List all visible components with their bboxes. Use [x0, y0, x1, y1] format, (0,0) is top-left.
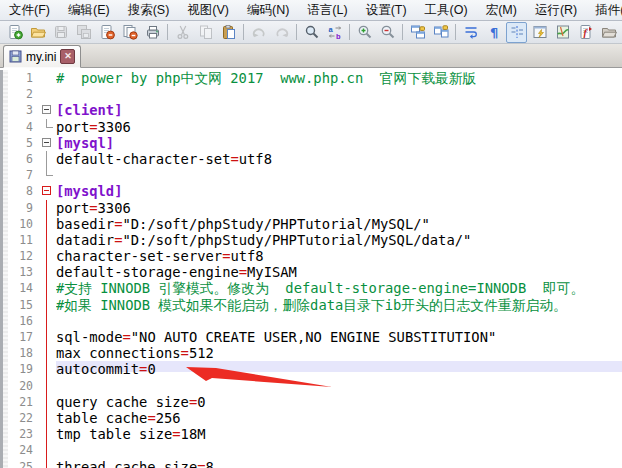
bookmark-margin[interactable]	[0, 264, 8, 280]
line-number[interactable]: 21	[8, 394, 38, 410]
code-line[interactable]: 3[client]	[0, 102, 622, 118]
fold-margin[interactable]	[38, 345, 56, 361]
code-text[interactable]: port=3306	[56, 200, 622, 216]
code-line[interactable]: 22table_cache=256	[0, 410, 622, 426]
fold-margin[interactable]	[38, 459, 56, 468]
code-text[interactable]	[56, 86, 622, 102]
code-text[interactable]: # power by php中文网 2017 www.php.cn 官网下载最新…	[56, 70, 622, 86]
code-area[interactable]: 1# power by php中文网 2017 www.php.cn 官网下载最…	[0, 68, 622, 468]
code-text[interactable]: max_connections=512	[56, 345, 622, 361]
bookmark-margin[interactable]	[0, 459, 8, 468]
code-text[interactable]	[56, 378, 622, 394]
menu-file[interactable]: 文件(F)	[0, 0, 59, 21]
code-line[interactable]: 19autocommit=0	[0, 361, 622, 377]
fold-margin[interactable]	[38, 264, 56, 280]
fold-margin[interactable]	[38, 410, 56, 426]
replace-button[interactable]: ab	[324, 22, 345, 43]
line-number[interactable]: 2	[8, 86, 38, 102]
bookmark-margin[interactable]	[0, 70, 8, 86]
code-line[interactable]: 8[mysqld]	[0, 183, 622, 199]
indent-guide-button[interactable]	[506, 22, 527, 43]
menu-tools[interactable]: 工具(O)	[416, 0, 477, 21]
word-wrap-button[interactable]	[460, 22, 481, 43]
fold-margin[interactable]	[38, 86, 56, 102]
code-line[interactable]: 2	[0, 86, 622, 102]
code-text[interactable]: [mysqld]	[56, 183, 622, 199]
find-button[interactable]	[301, 22, 322, 43]
fold-margin[interactable]	[38, 313, 56, 329]
code-line[interactable]: 6default-character-set=utf8	[0, 151, 622, 167]
code-text[interactable]: datadir="D:/soft/phpStudy/PHPTutorial/My…	[56, 232, 622, 248]
line-number[interactable]: 1	[8, 70, 38, 86]
code-line[interactable]: 11datadir="D:/soft/phpStudy/PHPTutorial/…	[0, 232, 622, 248]
fold-collapse-button[interactable]	[42, 138, 51, 147]
editor[interactable]: 1# power by php中文网 2017 www.php.cn 官网下载最…	[0, 68, 622, 468]
new-file-button[interactable]	[4, 22, 25, 43]
fold-margin[interactable]	[38, 183, 56, 199]
code-line[interactable]: 20	[0, 378, 622, 394]
line-number[interactable]: 18	[8, 345, 38, 361]
print-button[interactable]	[142, 22, 163, 43]
menu-edit[interactable]: 编辑(E)	[59, 0, 119, 21]
line-number[interactable]: 8	[8, 183, 38, 199]
code-text[interactable]: table_cache=256	[56, 410, 622, 426]
fold-margin[interactable]	[38, 329, 56, 345]
document-map-button[interactable]	[552, 22, 573, 43]
line-number[interactable]: 13	[8, 264, 38, 280]
fold-margin[interactable]	[38, 280, 56, 296]
fold-margin[interactable]	[38, 216, 56, 232]
bookmark-margin[interactable]	[0, 248, 8, 264]
tab-my-ini[interactable]: my.ini ✕	[3, 45, 81, 68]
line-number[interactable]: 17	[8, 329, 38, 345]
bookmark-margin[interactable]	[0, 297, 8, 313]
paste-button[interactable]	[218, 22, 239, 43]
sync-vertical-scroll-button[interactable]	[407, 22, 428, 43]
line-number[interactable]: 25	[8, 459, 38, 468]
menu-language[interactable]: 语言(L)	[298, 0, 356, 21]
menu-plugins[interactable]: 插件(P)	[586, 0, 622, 21]
close-button[interactable]	[96, 22, 117, 43]
bookmark-margin[interactable]	[0, 410, 8, 426]
bookmark-margin[interactable]	[0, 280, 8, 296]
tab-close-icon[interactable]: ✕	[60, 49, 75, 64]
bookmark-margin[interactable]	[0, 119, 8, 135]
code-text[interactable]: [client]	[56, 102, 622, 118]
line-number[interactable]: 5	[8, 135, 38, 151]
fold-margin[interactable]	[38, 248, 56, 264]
code-line[interactable]: 13default-storage-engine=MyISAM	[0, 264, 622, 280]
bookmark-margin[interactable]	[0, 135, 8, 151]
code-line[interactable]: 12character-set-server=utf8	[0, 248, 622, 264]
code-line[interactable]: 9port=3306	[0, 200, 622, 216]
code-line[interactable]: 25thread_cache_size=8	[0, 459, 622, 468]
code-text[interactable]	[56, 313, 622, 329]
bookmark-margin[interactable]	[0, 102, 8, 118]
line-number[interactable]: 19	[8, 361, 38, 377]
code-text[interactable]: query_cache_size=0	[56, 394, 622, 410]
code-line[interactable]: 1# power by php中文网 2017 www.php.cn 官网下载最…	[0, 70, 622, 86]
fold-collapse-button[interactable]	[42, 105, 51, 114]
code-text[interactable]: basedir="D:/soft/phpStudy/PHPTutorial/My…	[56, 216, 622, 232]
code-text[interactable]: [mysql]	[56, 135, 622, 151]
folder-as-workspace-button[interactable]	[598, 22, 619, 43]
zoom-out-button[interactable]	[377, 22, 398, 43]
line-number[interactable]: 14	[8, 280, 38, 296]
zoom-in-button[interactable]	[354, 22, 375, 43]
menu-search[interactable]: 搜索(S)	[119, 0, 179, 21]
code-text[interactable]: default-character-set=utf8	[56, 151, 622, 167]
bookmark-margin[interactable]	[0, 378, 8, 394]
code-line[interactable]: 23tmp_table_size=18M	[0, 426, 622, 442]
code-line[interactable]: 18max_connections=512	[0, 345, 622, 361]
bookmark-margin[interactable]	[0, 183, 8, 199]
bookmark-margin[interactable]	[0, 232, 8, 248]
code-text[interactable]	[56, 442, 622, 458]
code-line[interactable]: 5[mysql]	[0, 135, 622, 151]
bookmark-margin[interactable]	[0, 167, 8, 183]
bookmark-margin[interactable]	[0, 329, 8, 345]
menu-settings[interactable]: 设置(T)	[357, 0, 416, 21]
bookmark-margin[interactable]	[0, 151, 8, 167]
fold-margin[interactable]	[38, 442, 56, 458]
line-number[interactable]: 24	[8, 442, 38, 458]
bookmark-margin[interactable]	[0, 442, 8, 458]
line-number[interactable]: 22	[8, 410, 38, 426]
code-text[interactable]: default-storage-engine=MyISAM	[56, 264, 622, 280]
